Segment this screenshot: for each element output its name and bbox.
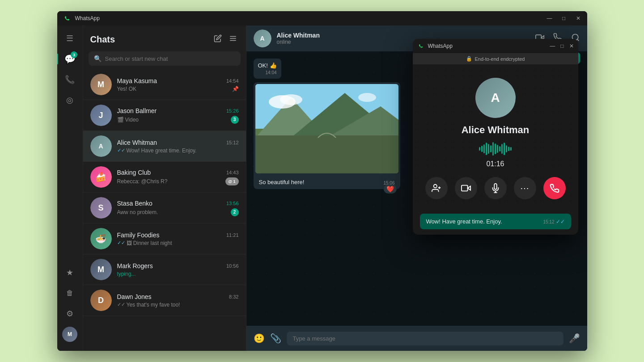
chat-item-alice[interactable]: A Alice Whitman 15:12 ✓✓ Wow! Have great… (83, 131, 246, 162)
chat-header-avatar: A (254, 29, 271, 47)
image-caption: So beautiful here! (259, 179, 305, 185)
chat-name: Alice Whitman (117, 139, 157, 146)
call-minimize-button[interactable]: — (550, 43, 555, 49)
new-chat-button[interactable] (212, 33, 224, 46)
chats-header-icons (212, 33, 239, 46)
message-input[interactable] (287, 332, 564, 345)
message-input-area: 🙂 📎 🎤 (246, 326, 587, 351)
chat-preview: ✓✓ Yes that's my fave too! (117, 302, 239, 308)
chat-info-alice: Alice Whitman 15:12 ✓✓ Wow! Have great t… (117, 139, 239, 154)
minimize-button[interactable]: — (546, 15, 553, 21)
chat-info-stasa: Stasa Benko 13:56 Aww no problem. 2 (117, 200, 239, 216)
call-window-controls: — □ ✕ (550, 43, 573, 49)
chat-item-mark[interactable]: M Mark Rogers 10:56 typing... (83, 254, 246, 285)
message-reaction: ❤️ (384, 185, 397, 194)
chat-name: Family Foodies (117, 232, 160, 239)
chat-info-dawn: Dawn Jones 8:32 ✓✓ Yes that's my fave to… (117, 293, 239, 308)
chat-info-mark: Mark Rogers 10:56 typing... (117, 262, 239, 277)
close-button[interactable]: ✕ (575, 15, 582, 21)
chat-preview: Aww no problem. (117, 209, 231, 215)
chat-time: 14:43 (226, 170, 239, 175)
chat-item-jason[interactable]: J Jason Ballmer 15:26 🎬 Video 3 (83, 100, 246, 131)
svg-point-16 (433, 185, 436, 188)
add-participant-button[interactable] (425, 177, 448, 199)
svg-rect-12 (255, 135, 398, 173)
call-close-button[interactable]: ✕ (569, 43, 574, 49)
chat-item-maya[interactable]: M Maya Kasuma 14:54 Yes! OK 📌 (83, 69, 246, 100)
chat-time: 11:21 (226, 232, 239, 238)
sidebar-icon-archive[interactable]: 🗑 (60, 284, 79, 303)
chat-item-baking[interactable]: 🍰 Baking Club 14:43 Rebecca: @Chris R? @… (83, 162, 246, 193)
svg-point-15 (358, 93, 376, 102)
avatar-family: 🍜 (90, 228, 112, 249)
attach-button[interactable]: 📎 (270, 333, 281, 344)
sidebar-icon-settings[interactable]: ⚙ (60, 304, 79, 323)
message-image (255, 84, 398, 173)
unread-badge: 2 (231, 208, 239, 216)
chats-header: Chats (83, 25, 246, 51)
chat-item-family[interactable]: 🍜 Family Foodies 11:21 ✓✓ 🖼 Dinner last … (83, 223, 246, 254)
chat-preview-typing: typing... (117, 271, 239, 277)
sidebar-icon-calls[interactable]: 📞 (60, 70, 79, 89)
chat-time: 14:54 (226, 78, 239, 84)
chat-info-family: Family Foodies 11:21 ✓✓ 🖼 Dinner last ni… (117, 232, 239, 246)
msg-checkmarks: ✓✓ (556, 219, 565, 225)
sidebar-avatar[interactable]: M (60, 325, 79, 344)
message-ok: OK! 👍 14:04 (254, 59, 281, 79)
avatar-mark: M (90, 259, 112, 280)
sidebar-icon-menu[interactable]: ☰ (60, 29, 79, 48)
call-timer: 01:16 (486, 160, 504, 168)
call-video-button[interactable] (455, 177, 477, 199)
chat-info-jason: Jason Ballmer 15:26 🎬 Video 3 (117, 107, 239, 124)
chat-name: Mark Rogers (117, 262, 153, 269)
chat-name: Stasa Benko (117, 200, 153, 207)
app-window: WhatsApp — □ ✕ ☰ 💬 3 📞 ◎ (57, 11, 587, 351)
call-contact-name: Alice Whitman (462, 124, 530, 136)
call-overlay: WhatsApp — □ ✕ 🔒 End-to-end endcrypted (413, 39, 578, 235)
chat-item-dawn[interactable]: D Dawn Jones 8:32 ✓✓ Yes that's my fave … (83, 285, 246, 316)
call-mute-button[interactable] (484, 177, 507, 199)
chats-title: Chats (90, 34, 115, 45)
call-more-button[interactable]: ⋯ (514, 177, 536, 199)
avatar-baking: 🍰 (90, 166, 112, 188)
message-text: OK! 👍 (258, 62, 277, 69)
call-maximize-button[interactable]: □ (560, 43, 564, 49)
filter-button[interactable] (227, 33, 239, 46)
voice-message-button[interactable]: 🎤 (569, 333, 580, 344)
message-image-bubble: So beautiful here! 15:06 ❤️ (254, 82, 400, 189)
chat-time: 15:26 (226, 108, 239, 114)
svg-line-6 (577, 39, 579, 41)
maximize-button[interactable]: □ (560, 15, 568, 21)
e2e-text: End-to-end endcrypted (475, 56, 525, 62)
sidebar-icon-starred[interactable]: ★ (60, 263, 79, 282)
chats-badge: 3 (71, 51, 77, 58)
call-controls: ⋯ (425, 177, 566, 199)
chats-panel: Chats 🔍 (83, 25, 246, 351)
emoji-button[interactable]: 🙂 (254, 333, 265, 344)
lock-icon: 🔒 (466, 56, 472, 62)
chat-time: 8:32 (229, 294, 238, 299)
chat-item-stasa[interactable]: S Stasa Benko 13:56 Aww no problem. 2 (83, 193, 246, 223)
search-input[interactable] (105, 55, 235, 62)
sidebar-icon-chats[interactable]: 💬 3 (60, 50, 79, 68)
call-end-button[interactable] (543, 177, 566, 199)
sidebar-icon-status[interactable]: ◎ (60, 91, 79, 109)
unread-badge: 3 (231, 116, 239, 124)
chat-name: Jason Ballmer (117, 107, 157, 114)
pin-icon: 📌 (232, 86, 239, 92)
icon-sidebar: ☰ 💬 3 📞 ◎ ★ 🗑 (57, 25, 83, 351)
message-time: 14:04 (258, 70, 277, 75)
sidebar-bottom: ★ 🗑 ⚙ M (60, 263, 79, 347)
avatar-alice: A (90, 135, 112, 157)
avatar-maya: M (90, 74, 112, 95)
search-icon: 🔍 (94, 55, 102, 62)
chat-name: Dawn Jones (117, 293, 152, 300)
call-message-text: Wow! Have great time. Enjoy. (426, 218, 502, 225)
call-msg-time: 15:12 (543, 219, 554, 224)
chat-info-baking: Baking Club 14:43 Rebecca: @Chris R? @ 1 (117, 169, 239, 185)
call-sent-message: Wow! Have great time. Enjoy. 15:12 ✓✓ (420, 214, 571, 229)
chat-info-maya: Maya Kasuma 14:54 Yes! OK 📌 (117, 77, 239, 92)
chat-preview: 🎬 Video (117, 117, 231, 123)
titlebar: WhatsApp — □ ✕ (57, 11, 587, 25)
search-bar: 🔍 (89, 51, 241, 66)
